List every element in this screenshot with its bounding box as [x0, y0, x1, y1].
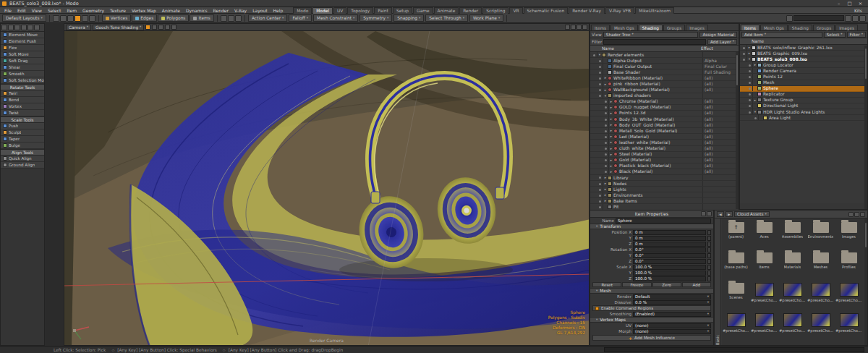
toolbar-dropdown[interactable]: Action Center ▾	[248, 14, 287, 22]
shader-tree-row[interactable]: ▸ Library	[590, 175, 739, 181]
sculpt-tools-tab-icon[interactable]	[14, 25, 20, 30]
menu-item[interactable]: Animate	[159, 8, 183, 13]
layout-tab[interactable]: Setup	[393, 7, 412, 14]
pin-icon[interactable]	[701, 211, 706, 216]
asset-item[interactable]: Meshes	[807, 249, 835, 279]
visibility-toggle[interactable]	[597, 64, 603, 69]
item-row[interactable]: Sphere	[740, 86, 867, 92]
asset-item[interactable]: #presetChoice…	[835, 310, 863, 340]
transform-action-button[interactable]: Reset	[592, 282, 621, 287]
asset-item[interactable]: #presetChoice…	[722, 310, 750, 340]
value-spinner[interactable]	[707, 265, 711, 270]
shader-tree-row[interactable]: ▸ Led (Material) (all)	[590, 134, 739, 140]
panel-tab[interactable]: Groups	[813, 25, 835, 30]
shader-tree-row[interactable]: ▸ Body_3b_White (Material) (all)	[590, 116, 739, 122]
layout-tab[interactable]: Paint	[374, 7, 392, 14]
shader-tree-row[interactable]: ▸ Nodes	[590, 181, 739, 187]
visibility-toggle[interactable]	[747, 68, 753, 73]
tool-button[interactable]: Bulge	[1, 143, 44, 149]
asset-item[interactable]: Aces	[750, 218, 778, 249]
layout-tab[interactable]: Render V-Ray	[569, 7, 605, 14]
transform-section-header[interactable]: ▾ Transform	[590, 224, 713, 229]
property-value-field[interactable]: 100.0 %	[633, 276, 706, 281]
smoothing-dropdown[interactable]: (Enabled) ▾	[633, 312, 711, 317]
visibility-toggle[interactable]	[753, 115, 759, 120]
tool-button[interactable]: Element Move	[1, 32, 44, 38]
visibility-toggle[interactable]	[603, 105, 609, 110]
menu-item[interactable]: Render	[210, 8, 231, 13]
assets-side-tab[interactable]: Basic	[715, 218, 721, 345]
asset-item[interactable]: #presetChoice…	[835, 279, 863, 310]
add-layer-dropdown[interactable]: Add Layer ▾	[707, 39, 737, 45]
visibility-toggle[interactable]	[597, 75, 603, 80]
shader-tree-row[interactable]: ▸ Plastick_black (Material) (all)	[590, 163, 739, 169]
visibility-toggle[interactable]	[603, 99, 609, 104]
item-row[interactable]: ▾ BEATS_solo3_008.lxo	[740, 56, 867, 62]
tool-button[interactable]: Soft Selection Move	[1, 77, 44, 84]
layout-tab[interactable]: Scripting	[482, 7, 509, 14]
menu-item[interactable]: Texture	[107, 8, 129, 13]
select-ring-icon[interactable]	[228, 15, 234, 22]
shader-tree-row[interactable]: ▾ Render elements	[590, 52, 739, 58]
shader-tree-row[interactable]: ▸ Black (Material) (all)	[590, 169, 739, 175]
active-tool-icon[interactable]	[75, 15, 81, 22]
gl-options-icon[interactable]	[845, 15, 851, 22]
tool-button[interactable]: Push	[1, 123, 44, 129]
value-spinner[interactable]	[707, 230, 711, 235]
transform-action-button[interactable]: Add	[682, 282, 711, 287]
command-input[interactable]	[604, 347, 864, 352]
tool-button[interactable]: Smooth	[1, 71, 44, 77]
shader-tree-row[interactable]: ▸ WallBackground (Material) (all)	[590, 88, 739, 93]
item-row[interactable]: ▾ HDR Light Studio Area Lights	[740, 109, 867, 115]
viewport-options-icon[interactable]	[576, 25, 582, 30]
tool-button[interactable]: Shear	[1, 64, 44, 71]
visibility-toggle[interactable]	[747, 80, 753, 85]
shader-tree-row[interactable]: Alpha Output Alpha	[590, 58, 739, 64]
visibility-toggle[interactable]	[597, 187, 603, 192]
asset-item[interactable]: #presetChoice…	[778, 310, 807, 340]
deform-tools-tab-icon[interactable]	[8, 25, 14, 30]
item-row[interactable]: Points 12	[740, 74, 867, 80]
toolbar-dropdown[interactable]: Mesh Constraint ▾	[313, 14, 358, 22]
menu-item[interactable]: File	[1, 8, 14, 13]
layout-tab[interactable]: V-Ray VFB	[605, 7, 634, 14]
tool-button[interactable]: Quick Align	[1, 156, 44, 162]
default-layouts-dropdown[interactable]: Default Layouts ▾	[2, 14, 46, 22]
panel-tab[interactable]: Items	[591, 25, 610, 30]
tool-button[interactable]: Twist	[1, 110, 44, 116]
shader-tree-row[interactable]: ▸ GOLD_nugget (Material) (all)	[590, 105, 739, 111]
visibility-toggle[interactable]	[747, 86, 753, 91]
visibility-toggle[interactable]	[603, 140, 609, 145]
toolbar-dropdown[interactable]: Falloff ▾	[289, 14, 312, 22]
align-tools-header[interactable]: Align Tools	[1, 149, 44, 156]
viewport-canvas[interactable]	[64, 31, 590, 346]
shader-tree-row[interactable]: ▸ Chrome (Material) (all)	[590, 99, 739, 105]
save-scene-icon[interactable]	[67, 15, 74, 22]
filter-dropdown[interactable]: Filter ▾	[847, 32, 866, 38]
property-value-field[interactable]: 100.0 %	[633, 265, 706, 270]
layout-tab[interactable]: Modo	[293, 7, 312, 14]
shader-tree-row[interactable]: Final Color Output Final Color	[590, 64, 739, 69]
panel-tab[interactable]: Images	[686, 25, 708, 30]
asset-item[interactable]: #presetChoice…	[807, 310, 835, 340]
asset-item[interactable]: Environments	[807, 218, 835, 249]
value-spinner[interactable]	[707, 259, 711, 264]
selection-mode-button[interactable]: Polygons	[158, 14, 189, 22]
shading-active-icon[interactable]	[145, 25, 150, 30]
visibility-toggle[interactable]	[597, 58, 603, 63]
visibility-toggle[interactable]	[603, 163, 609, 169]
tool-button[interactable]: Bend	[1, 97, 44, 103]
basic-tools-tab-icon[interactable]	[1, 25, 7, 30]
visibility-toggle[interactable]	[597, 204, 603, 209]
visibility-toggle[interactable]	[603, 122, 609, 127]
sh ader-filter-input[interactable]	[603, 39, 706, 45]
asset-item[interactable]: (base paths)	[722, 249, 750, 279]
value-spinner[interactable]	[707, 236, 711, 241]
wireframe-toggle-icon[interactable]	[152, 25, 157, 30]
selection-mode-button[interactable]: Vertices	[102, 14, 132, 22]
viewport-shading-dropdown[interactable]: Gooch Tone Shading ▾	[93, 25, 144, 30]
add-mesh-influence-button[interactable]: + Add Mesh Influence	[592, 335, 711, 341]
scrollbar[interactable]	[736, 52, 739, 209]
property-value-field[interactable]: 0 m	[633, 230, 706, 235]
paint-tools-tab-icon[interactable]	[21, 25, 27, 30]
